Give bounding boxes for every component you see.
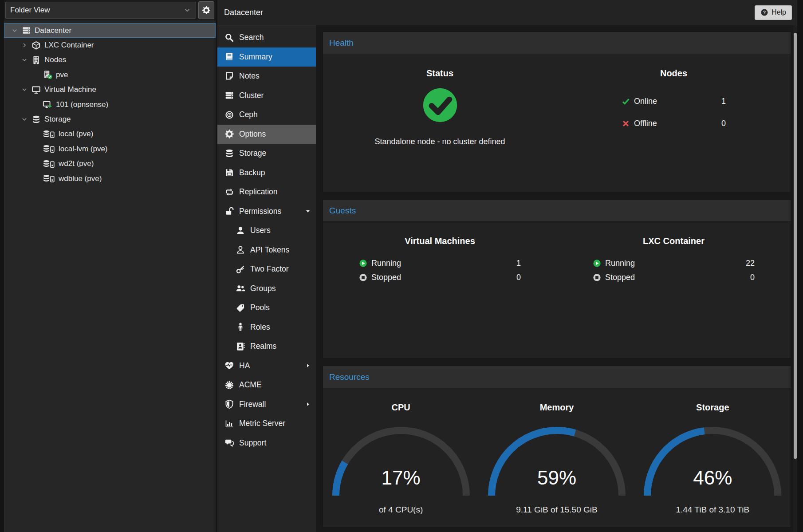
content-header: Datacenter ? Help	[217, 0, 797, 25]
desktop-play-icon	[43, 100, 53, 109]
vm-running-row: Running 1	[359, 256, 521, 270]
vm-header: Virtual Machines	[323, 236, 557, 246]
nav-item-ha[interactable]: HA	[217, 356, 316, 376]
nav-item-label: Storage	[239, 149, 266, 158]
nav-item-label: Summary	[239, 52, 272, 62]
tree-item-label: local-lvm (pve)	[59, 145, 108, 154]
tree-items: DatacenterLXC ContainerNodespveVirtual M…	[4, 20, 216, 186]
view-mode-value: Folder View	[10, 6, 50, 15]
nav-item-two-factor[interactable]: Two Factor	[217, 260, 316, 279]
online-count: 1	[721, 97, 726, 106]
cube-icon	[31, 41, 41, 50]
server-icon	[224, 91, 235, 100]
scrollbar-track	[793, 25, 797, 532]
nav-item-api-tokens[interactable]: API Tokens	[217, 240, 316, 260]
nav-item-summary[interactable]: Summary	[217, 47, 316, 67]
nav-item-pools[interactable]: Pools	[217, 298, 316, 318]
nav-item-search[interactable]: Search	[217, 28, 316, 47]
resources-card-header: Resources	[323, 366, 791, 388]
nav-item-ceph[interactable]: Ceph	[217, 105, 316, 125]
section-title-health: Health	[329, 38, 354, 48]
nav-item-roles[interactable]: Roles	[217, 318, 316, 337]
lxc-stopped-label: Stopped	[605, 273, 635, 282]
gauge-sublabel: 1.44 TiB of 3.10 TiB	[635, 505, 791, 515]
expander-spacer	[32, 71, 39, 79]
search-icon	[224, 33, 235, 43]
tree-settings-button[interactable]	[198, 1, 214, 19]
expander-spacer	[32, 160, 39, 167]
status-column: Status Standalone node - no cluster defi…	[323, 54, 557, 192]
tree-item-local-lvm-pve[interactable]: local-lvm (pve)	[4, 142, 216, 156]
chevron-down-icon[interactable]	[21, 116, 28, 123]
scrollbar-thumb[interactable]	[794, 33, 797, 459]
db-drive-icon	[43, 144, 55, 154]
nav-item-firewall[interactable]: Firewall	[217, 395, 316, 414]
heartbeat-icon	[224, 361, 235, 370]
storage-gauge-column: Storage46%1.44 TiB of 3.10 TiB	[635, 388, 791, 527]
nav-item-label: Options	[239, 130, 266, 139]
nav-item-storage[interactable]: Storage	[217, 144, 316, 163]
online-check-icon	[622, 97, 630, 106]
db-drive-icon	[43, 130, 55, 139]
nodes-header: Nodes	[557, 68, 791, 79]
chevron-down-icon[interactable]	[21, 56, 28, 63]
nav-item-permissions[interactable]: Permissions	[217, 202, 316, 221]
section-title-guests: Guests	[329, 206, 356, 216]
gauge-title: Memory	[479, 402, 634, 413]
tree-item-storage[interactable]: Storage	[4, 112, 216, 126]
nav-item-groups[interactable]: Groups	[217, 279, 316, 299]
lxc-column: LXC Container Running 22 Stopped 0	[557, 222, 791, 358]
nav-item-label: Metric Server	[239, 419, 285, 428]
nav-item-users[interactable]: Users	[217, 221, 316, 240]
memory-gauge: 59%	[486, 423, 628, 501]
vm-running-label: Running	[371, 259, 401, 268]
tree-item-nodes[interactable]: Nodes	[4, 53, 216, 67]
nav-item-options[interactable]: Options	[217, 125, 316, 144]
running-play-icon	[359, 259, 367, 268]
nav-item-realms[interactable]: Realms	[217, 337, 316, 356]
tree-item-lxc-container[interactable]: LXC Container	[4, 38, 216, 52]
view-mode-select[interactable]: Folder View	[5, 2, 196, 19]
gear-icon	[202, 6, 211, 15]
nav-item-label: Firewall	[239, 400, 266, 409]
running-play-icon	[593, 259, 601, 268]
tree-item-wd2t-pve[interactable]: wd2t (pve)	[4, 157, 216, 171]
gear-icon	[224, 129, 235, 139]
tree-item-virtual-machine[interactable]: Virtual Machine	[4, 83, 216, 97]
nav-item-label: Users	[250, 226, 271, 235]
shield-icon	[224, 399, 235, 409]
retweet-icon	[224, 187, 235, 197]
tree-item-label: Nodes	[44, 55, 66, 64]
chevron-down-icon[interactable]	[21, 86, 28, 93]
expander-spacer	[32, 175, 39, 182]
caret-right-icon[interactable]	[304, 362, 311, 369]
chevron-right-icon[interactable]	[21, 42, 28, 49]
nav-item-cluster[interactable]: Cluster	[217, 86, 316, 106]
tree-item-label: Storage	[44, 115, 71, 124]
caret-down-icon[interactable]	[304, 208, 311, 215]
status-header: Status	[323, 68, 557, 79]
nav-item-metric-server[interactable]: Metric Server	[217, 414, 316, 433]
tree-item-wdblue-pve[interactable]: wdblue (pve)	[4, 171, 216, 186]
note-icon	[224, 71, 235, 81]
nav-item-notes[interactable]: Notes	[217, 67, 316, 86]
user-o-icon	[235, 245, 246, 255]
tree-item-label: LXC Container	[44, 41, 94, 50]
nav-item-backup[interactable]: Backup	[217, 163, 316, 183]
help-button[interactable]: ? Help	[755, 5, 792, 20]
nav-item-label: Search	[239, 33, 264, 42]
database-icon	[224, 149, 235, 158]
tree-item-101-opnsense[interactable]: 101 (opnsense)	[4, 97, 216, 112]
tree-item-pve[interactable]: pve	[4, 67, 216, 82]
tree-item-label: 101 (opnsense)	[56, 100, 108, 109]
tree-item-datacenter[interactable]: Datacenter	[4, 23, 216, 38]
caret-right-icon[interactable]	[304, 401, 311, 408]
lxc-header: LXC Container	[557, 236, 791, 246]
nav-item-support[interactable]: Support	[217, 433, 316, 453]
status-text: Standalone node - no cluster defined	[323, 137, 557, 146]
tree-item-local-pve[interactable]: local (pve)	[4, 127, 216, 142]
nav-item-replication[interactable]: Replication	[217, 182, 316, 202]
desktop-icon	[31, 85, 41, 95]
nav-item-acme[interactable]: ACME	[217, 375, 316, 395]
chevron-down-icon[interactable]	[11, 27, 18, 34]
